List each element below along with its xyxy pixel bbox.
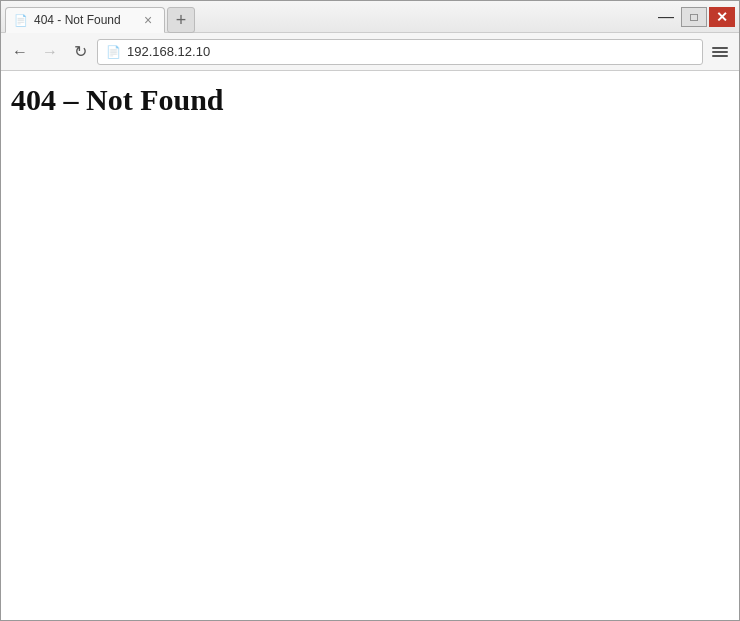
tabs-area: 📄 404 - Not Found × + bbox=[1, 1, 649, 32]
back-button[interactable]: ← bbox=[7, 39, 33, 65]
menu-line-2 bbox=[712, 51, 728, 53]
page-content: 404 – Not Found bbox=[1, 71, 739, 620]
tab-close-button[interactable]: × bbox=[140, 12, 156, 28]
minimize-button[interactable]: — bbox=[653, 7, 679, 27]
active-tab[interactable]: 📄 404 - Not Found × bbox=[5, 7, 165, 33]
address-text: 192.168.12.10 bbox=[127, 44, 694, 59]
menu-line-3 bbox=[712, 55, 728, 57]
window-controls: — □ ✕ bbox=[649, 1, 739, 32]
navigation-bar: ← → ↻ 📄 192.168.12.10 bbox=[1, 33, 739, 71]
title-bar: 📄 404 - Not Found × + — □ ✕ bbox=[1, 1, 739, 33]
maximize-button[interactable]: □ bbox=[681, 7, 707, 27]
browser-window: 📄 404 - Not Found × + — □ ✕ ← → ↻ 📄 192.… bbox=[0, 0, 740, 621]
close-button[interactable]: ✕ bbox=[709, 7, 735, 27]
address-bar[interactable]: 📄 192.168.12.10 bbox=[97, 39, 703, 65]
reload-button[interactable]: ↻ bbox=[67, 39, 93, 65]
address-page-icon: 📄 bbox=[106, 45, 121, 59]
menu-button[interactable] bbox=[707, 39, 733, 65]
forward-button[interactable]: → bbox=[37, 39, 63, 65]
error-heading: 404 – Not Found bbox=[11, 83, 729, 117]
new-tab-button[interactable]: + bbox=[167, 7, 195, 33]
tab-title: 404 - Not Found bbox=[34, 13, 134, 27]
tab-page-icon: 📄 bbox=[14, 14, 28, 27]
menu-line-1 bbox=[712, 47, 728, 49]
